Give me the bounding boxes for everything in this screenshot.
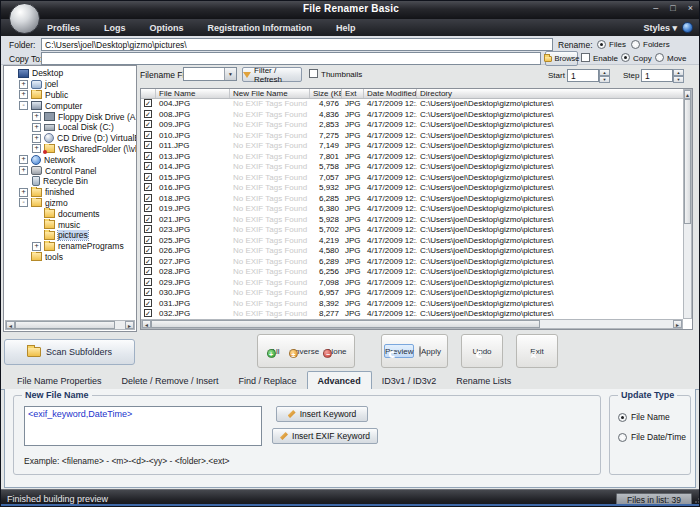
tree-item-floppy-disk-drive-a[interactable]: +Floppy Disk Drive (A:)	[4, 111, 136, 122]
table-row[interactable]: ✓023.JPGNo EXIF Tags Found5,702JPG4/17/2…	[141, 225, 692, 236]
row-checkbox[interactable]: ✓	[144, 246, 152, 254]
table-row[interactable]: ✓028.JPGNo EXIF Tags Found6,256JPG4/17/2…	[141, 267, 692, 278]
row-checkbox[interactable]: ✓	[144, 152, 152, 160]
row-checkbox[interactable]: ✓	[144, 183, 152, 191]
styles-menu[interactable]: Styles ▾	[643, 23, 677, 33]
row-checkbox[interactable]: ✓	[144, 173, 152, 181]
thumbnails-checkbox[interactable]	[309, 69, 318, 78]
tree-item-local-disk-c[interactable]: +Local Disk (C:)	[4, 122, 136, 133]
tree-item-pictures[interactable]: pictures	[4, 230, 136, 241]
pattern-input[interactable]: <exif_keyword,DateTime>	[24, 406, 262, 446]
tree-item-cd-drive-d-virtualbox-guest[interactable]: +CD Drive (D:) VirtualBox Guest	[4, 133, 136, 144]
row-checkbox[interactable]: ✓	[144, 299, 152, 307]
table-row[interactable]: ✓009.JPGNo EXIF Tags Found2,853JPG4/17/2…	[141, 120, 692, 131]
select-none-button[interactable]: − None	[322, 344, 352, 358]
expand-icon[interactable]: +	[32, 123, 41, 132]
undo-button[interactable]: Undo	[464, 344, 500, 358]
scrollbar-thumb[interactable]	[15, 321, 115, 329]
menu-item-options[interactable]: Options	[150, 23, 184, 33]
table-row[interactable]: ✓014.JPGNo EXIF Tags Found5,758JPG4/17/2…	[141, 162, 692, 173]
row-checkbox[interactable]: ✓	[144, 204, 152, 212]
tab-advanced[interactable]: Advanced	[307, 371, 372, 390]
expand-icon[interactable]: +	[19, 155, 28, 164]
table-row[interactable]: ✓016.JPGNo EXIF Tags Found5,932JPG4/17/2…	[141, 183, 692, 194]
tree-item-vbsharedfolder-vboxsvr-2[interactable]: +VBSharedFolder (\\vboxsvr) (2	[4, 144, 136, 155]
table-row[interactable]: ✓018.JPGNo EXIF Tags Found6,285JPG4/17/2…	[141, 194, 692, 205]
scroll-left-icon[interactable]: ◄	[142, 320, 151, 328]
table-row[interactable]: ✓019.JPGNo EXIF Tags Found6,380JPG4/17/2…	[141, 204, 692, 215]
collapse-icon[interactable]: -	[19, 101, 28, 110]
file-name-radio[interactable]	[618, 413, 627, 422]
browse-button[interactable]: Browse	[545, 51, 578, 66]
tree-item-renameprograms[interactable]: +renamePrograms	[4, 241, 136, 252]
row-checkbox[interactable]: ✓	[144, 267, 152, 275]
header-date-modified[interactable]: Date Modified	[364, 89, 417, 98]
header-ext[interactable]: Ext	[342, 89, 364, 98]
table-row[interactable]: ✓030.JPGNo EXIF Tags Found6,957JPG4/17/2…	[141, 288, 692, 299]
insert-exif-keyword-button[interactable]: Insert EXIF Keyword	[272, 428, 378, 444]
menu-item-help[interactable]: Help	[336, 23, 356, 33]
filename-filter-dropdown[interactable]: ▼	[183, 67, 237, 81]
tab-rename-lists[interactable]: Rename Lists	[446, 372, 521, 389]
folder-input[interactable]	[41, 38, 553, 51]
expand-icon[interactable]: +	[32, 134, 41, 143]
insert-keyword-button[interactable]: Insert Keyword	[276, 406, 368, 422]
row-checkbox[interactable]: ✓	[144, 257, 152, 265]
table-horizontal-scrollbar[interactable]: ◄ ►	[141, 319, 683, 329]
spin-up-icon[interactable]: ▲	[599, 69, 610, 76]
preview-button[interactable]: Preview	[384, 344, 414, 358]
table-row[interactable]: ✓026.JPGNo EXIF Tags Found4,580JPG4/17/2…	[141, 246, 692, 257]
row-checkbox[interactable]: ✓	[144, 215, 152, 223]
row-checkbox[interactable]: ✓	[144, 131, 152, 139]
rename-files-radio[interactable]	[597, 40, 606, 49]
spin-down-icon[interactable]: ▼	[599, 76, 610, 83]
row-checkbox[interactable]: ✓	[144, 162, 152, 170]
rename-folders-radio[interactable]	[631, 40, 640, 49]
move-radio[interactable]	[655, 53, 664, 62]
expand-icon[interactable]: +	[19, 80, 28, 89]
tree-item-network[interactable]: +Network	[4, 154, 136, 165]
row-checkbox[interactable]: ✓	[144, 288, 152, 296]
tree-item-public[interactable]: +Public	[4, 90, 136, 101]
enable-checkbox[interactable]	[581, 53, 590, 62]
start-spinner[interactable]: ▲ ▼	[599, 69, 610, 82]
scroll-right-icon[interactable]: ►	[125, 321, 134, 329]
table-row[interactable]: ✓027.JPGNo EXIF Tags Found6,289JPG4/17/2…	[141, 257, 692, 268]
menu-item-registration-information[interactable]: Registration Information	[208, 23, 313, 33]
table-row[interactable]: ✓004.JPGNo EXIF Tags Found4,976JPG4/17/2…	[141, 99, 692, 110]
copyto-input[interactable]	[41, 52, 541, 65]
spin-down-icon[interactable]: ▼	[673, 76, 684, 83]
step-input[interactable]	[641, 69, 673, 82]
expand-icon[interactable]: +	[32, 242, 41, 251]
close-button[interactable]: ×	[688, 3, 693, 13]
tree-item-recycle-bin[interactable]: Recycle Bin	[4, 176, 136, 187]
expand-icon[interactable]: +	[19, 188, 28, 197]
header-directory[interactable]: Directory	[417, 89, 684, 98]
exit-button[interactable]: × Exit	[519, 344, 555, 358]
menu-item-logs[interactable]: Logs	[104, 23, 126, 33]
expand-icon[interactable]: +	[19, 166, 28, 175]
row-checkbox[interactable]: ✓	[144, 236, 152, 244]
tree-item-computer[interactable]: -Computer	[4, 100, 136, 111]
tab-id3v1-id3v2[interactable]: ID3v1 / ID3v2	[372, 372, 447, 389]
scrollbar-thumb[interactable]	[684, 99, 691, 224]
table-row[interactable]: ✓015.JPGNo EXIF Tags Found7,057JPG4/17/2…	[141, 173, 692, 184]
header-size[interactable]: Size (KB)	[310, 89, 342, 98]
tab-find-replace[interactable]: Find / Replace	[229, 372, 307, 389]
tree-item-finished[interactable]: +finished	[4, 187, 136, 198]
table-row[interactable]: ✓011.JPGNo EXIF Tags Found7,149JPG4/17/2…	[141, 141, 692, 152]
row-checkbox[interactable]: ✓	[144, 309, 152, 317]
row-checkbox[interactable]: ✓	[144, 278, 152, 286]
row-checkbox[interactable]: ✓	[144, 110, 152, 118]
row-checkbox[interactable]: ✓	[144, 141, 152, 149]
table-row[interactable]: ✓031.JPGNo EXIF Tags Found8,392JPG4/17/2…	[141, 299, 692, 310]
table-row[interactable]: ✓010.JPGNo EXIF Tags Found7,275JPG4/17/2…	[141, 131, 692, 142]
row-checkbox[interactable]: ✓	[144, 99, 152, 107]
menu-item-profiles[interactable]: Profiles	[47, 23, 80, 33]
tree-item-tools[interactable]: tools	[4, 252, 136, 263]
table-row[interactable]: ✓029.JPGNo EXIF Tags Found7,098JPG4/17/2…	[141, 278, 692, 289]
step-spinner[interactable]: ▲ ▼	[673, 69, 684, 82]
table-row[interactable]: ✓021.JPGNo EXIF Tags Found5,928JPG4/17/2…	[141, 215, 692, 226]
tree-item-documents[interactable]: documents	[4, 208, 136, 219]
tab-file-name-properties[interactable]: File Name Properties	[7, 372, 112, 389]
